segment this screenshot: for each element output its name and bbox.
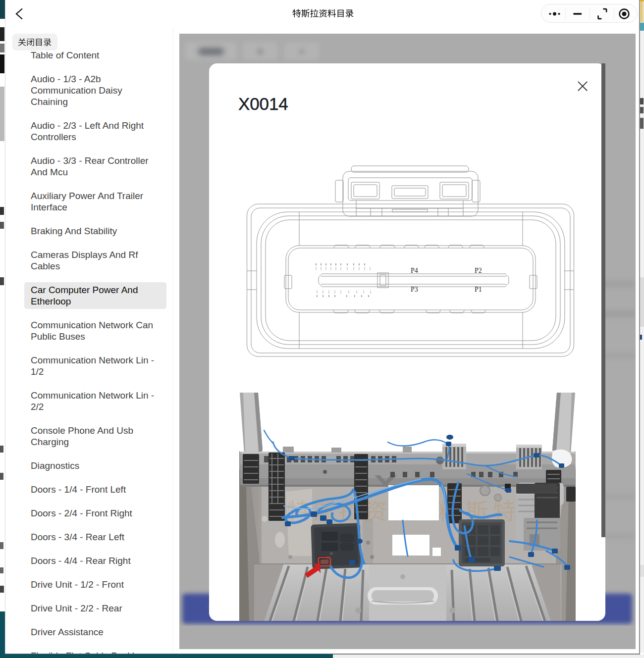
- svg-text:P3: P3: [411, 286, 418, 293]
- svg-text:P1: P1: [475, 286, 482, 293]
- svg-text:P2: P2: [475, 267, 482, 274]
- svg-text:P4: P4: [411, 267, 418, 274]
